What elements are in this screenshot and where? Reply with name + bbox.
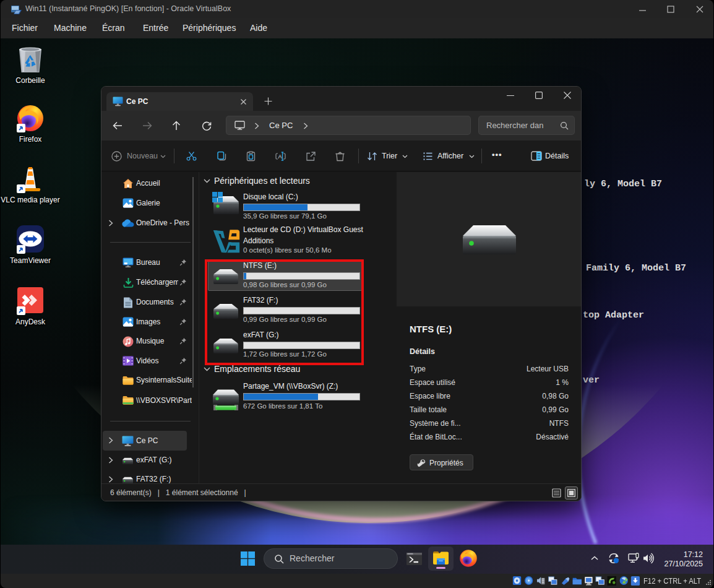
svg-text:A: A	[278, 153, 282, 160]
